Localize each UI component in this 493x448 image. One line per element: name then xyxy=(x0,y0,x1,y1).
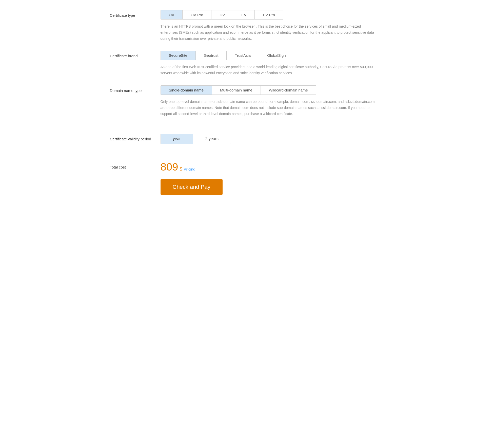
pricing-link[interactable]: Pricing xyxy=(184,167,195,171)
total-cost-label: Total cost xyxy=(110,165,161,169)
check-and-pay-button[interactable]: Check and Pay xyxy=(161,179,223,195)
total-cost-value: 809 $ Pricing xyxy=(161,161,195,173)
validity-content: year 2 years xyxy=(161,134,383,144)
certificate-type-label: Certificate type xyxy=(110,10,161,18)
certificate-type-row: Certificate type OV OV Pro DV EV EV Pro … xyxy=(110,10,383,42)
total-amount: 809 xyxy=(161,161,178,173)
tab-ov-pro[interactable]: OV Pro xyxy=(183,10,211,19)
tab-securesite[interactable]: SecureSite xyxy=(161,51,196,60)
certificate-brand-row: Certificate brand SecureSite Geotrust Tr… xyxy=(110,51,383,76)
divider-top xyxy=(110,126,383,126)
tab-2years[interactable]: 2 years xyxy=(193,134,231,144)
certificate-type-tabs: OV OV Pro DV EV EV Pro xyxy=(161,10,283,20)
tab-ov[interactable]: OV xyxy=(161,10,183,19)
certificate-type-content: OV OV Pro DV EV EV Pro There is an HTTPS… xyxy=(161,10,383,42)
tab-1year[interactable]: year xyxy=(161,134,193,144)
divider-bottom xyxy=(110,153,383,153)
validity-tabs: year 2 years xyxy=(161,134,231,144)
tab-ev[interactable]: EV xyxy=(233,10,255,19)
domain-name-type-tabs: Single-domain name Multi-domain name Wil… xyxy=(161,85,316,95)
validity-row: Certificate validity period year 2 years xyxy=(110,134,383,144)
tab-trustasia[interactable]: TrustAsia xyxy=(227,51,259,60)
tab-single-domain[interactable]: Single-domain name xyxy=(161,86,212,95)
total-cost-row: Total cost 809 $ Pricing xyxy=(110,161,383,173)
domain-name-type-row: Domain name type Single-domain name Mult… xyxy=(110,85,383,117)
certificate-brand-description: As one of the first WebTrust-certified s… xyxy=(161,64,378,76)
domain-name-type-content: Single-domain name Multi-domain name Wil… xyxy=(161,85,383,117)
tab-wildcard-domain[interactable]: Wildcard-domain name xyxy=(261,86,316,95)
certificate-brand-tabs: SecureSite Geotrust TrustAsia GlobalSign xyxy=(161,51,294,60)
validity-label: Certificate validity period xyxy=(110,134,161,142)
domain-name-type-description: Only one top-level domain name or sub-do… xyxy=(161,99,378,117)
tab-multi-domain[interactable]: Multi-domain name xyxy=(212,86,261,95)
tab-globalsign[interactable]: GlobalSign xyxy=(259,51,294,60)
certificate-type-description: There is an HTTPS prompt with a green lo… xyxy=(161,24,378,42)
tab-geotrust[interactable]: Geotrust xyxy=(196,51,227,60)
tab-dv[interactable]: DV xyxy=(211,10,233,19)
certificate-brand-content: SecureSite Geotrust TrustAsia GlobalSign… xyxy=(161,51,383,76)
domain-name-type-label: Domain name type xyxy=(110,85,161,93)
tab-ev-pro[interactable]: EV Pro xyxy=(255,10,283,19)
total-currency: $ xyxy=(180,166,182,172)
certificate-brand-label: Certificate brand xyxy=(110,51,161,59)
